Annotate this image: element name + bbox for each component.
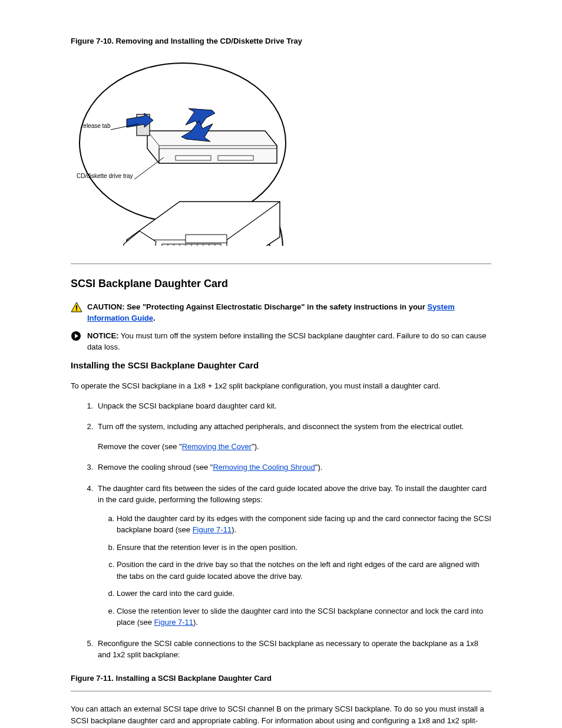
step-1: Unpack the SCSI backplane board daughter…	[95, 400, 491, 412]
notice-text: NOTICE: You must turn off the system bef…	[87, 330, 491, 353]
step-5: Reconfigure the SCSI cable connections t…	[95, 638, 491, 661]
section-title-scsi-backplane: SCSI Backplane Daughter Card	[71, 276, 491, 292]
svg-rect-30	[76, 309, 77, 311]
caution-text: CAUTION: See "Protecting Against Electro…	[87, 301, 491, 324]
label-tray: CD/diskette drive tray	[77, 173, 133, 179]
step-4b: Ensure that the retention lever is in th…	[117, 542, 491, 554]
svg-rect-4	[176, 156, 211, 160]
step-4: The daughter card fits between the sides…	[95, 483, 491, 628]
svg-rect-29	[76, 305, 77, 309]
step-4d: Lower the card into the card guide.	[117, 588, 491, 599]
link-removing-cover[interactable]: Removing the Cover	[182, 442, 252, 451]
step-2: Turn off the system, including any attac…	[95, 421, 491, 452]
link-removing-shroud[interactable]: Removing the Cooling Shroud	[213, 463, 315, 472]
paragraph-external-drive: You can attach an external SCSI tape dri…	[71, 703, 491, 728]
steps-list: Unpack the SCSI backplane board daughter…	[95, 400, 491, 661]
label-release-tab: release tab	[81, 123, 111, 129]
section-divider	[71, 263, 491, 264]
notice-icon	[71, 331, 81, 341]
figure-caption: Figure 7-10. Removing and Installing the…	[71, 35, 491, 47]
step-4a: Hold the daughter card by its edges with…	[117, 513, 491, 536]
section-divider-2	[71, 691, 491, 691]
link-figure-7-11-a[interactable]: Figure 7-11	[193, 525, 232, 534]
intro-text: To operate the SCSI backplane in a 1x8 +…	[71, 380, 491, 392]
subsection-title-installing: Installing the SCSI Backplane Daughter C…	[71, 359, 491, 373]
step-4e: Close the retention lever to slide the d…	[117, 605, 491, 628]
caution-icon	[71, 302, 82, 312]
svg-rect-27	[186, 235, 227, 243]
step-4c: Position the card in the drive bay so th…	[117, 559, 491, 582]
link-figure-7-11-e[interactable]: Figure 7-11	[154, 618, 193, 627]
svg-rect-5	[218, 156, 253, 160]
figure-drive-tray: release tab CD/diskette drive tray	[71, 54, 491, 246]
figure2-caption: Figure 7-11. Installing a SCSI Backplane…	[71, 673, 491, 684]
step-3: Remove the cooling shroud (see "Removing…	[95, 462, 491, 473]
